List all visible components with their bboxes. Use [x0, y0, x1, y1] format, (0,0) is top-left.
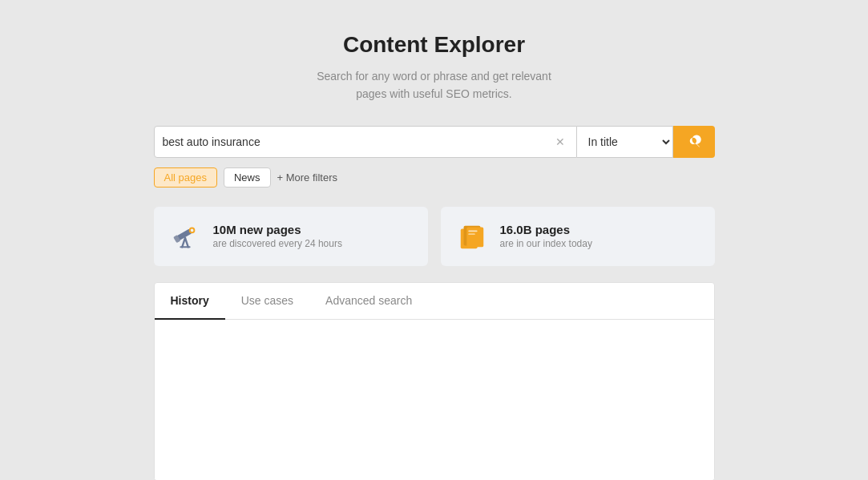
stat-text-0: 10M new pages are discovered every 24 ho…	[213, 223, 342, 249]
filter-row: All pages News + More filters	[154, 167, 715, 188]
svg-line-3	[185, 238, 188, 247]
tab-advanced-search[interactable]: Advanced search	[309, 283, 428, 320]
stat-text-1: 16.0B pages are in our index today	[500, 223, 592, 249]
stats-row: 10M new pages are discovered every 24 ho…	[154, 207, 715, 266]
tab-history[interactable]: History	[155, 283, 225, 320]
stat-main-0: 10M new pages	[213, 223, 342, 236]
stat-card-0: 10M new pages are discovered every 24 ho…	[154, 207, 428, 266]
stat-main-1: 16.0B pages	[500, 223, 592, 236]
stat-sub-0: are discovered every 24 hours	[213, 238, 342, 249]
stat-sub-1: are in our index today	[500, 238, 592, 249]
svg-point-5	[189, 228, 194, 232]
page-subtitle: Search for any word or phrase and get re…	[317, 67, 551, 103]
tabs-body	[155, 320, 714, 480]
svg-rect-10	[468, 233, 475, 235]
all-pages-filter-button[interactable]: All pages	[154, 167, 217, 188]
page-title: Content Explorer	[343, 32, 525, 58]
main-container: Content Explorer Search for any word or …	[154, 32, 715, 480]
search-row: ✕ In title Everywhere In URL In content	[154, 126, 715, 158]
search-button[interactable]	[673, 126, 715, 158]
svg-rect-9	[468, 230, 477, 232]
svg-rect-8	[466, 227, 483, 247]
search-input[interactable]	[163, 135, 552, 148]
clear-icon[interactable]: ✕	[552, 132, 568, 151]
more-filters-button[interactable]: + More filters	[277, 171, 338, 184]
tabs-container: History Use cases Advanced search	[154, 282, 715, 480]
stat-card-1: 16.0B pages are in our index today	[441, 207, 715, 266]
pages-icon	[457, 221, 487, 252]
news-filter-button[interactable]: News	[224, 167, 271, 188]
tabs-header: History Use cases Advanced search	[155, 283, 714, 320]
search-input-wrapper: ✕	[154, 126, 577, 158]
tab-use-cases[interactable]: Use cases	[225, 283, 309, 320]
search-icon	[687, 135, 701, 149]
telescope-icon	[170, 221, 200, 252]
search-mode-select[interactable]: In title Everywhere In URL In content	[577, 126, 673, 158]
